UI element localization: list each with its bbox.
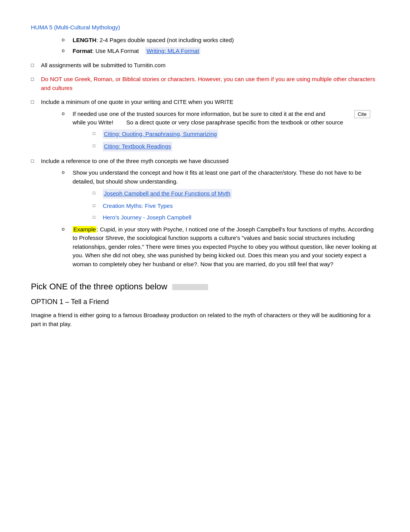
bullet2-text: Do NOT use Greek, Roman, or Biblical sto…: [41, 75, 379, 92]
sub-note-text: If needed use one of the trusted sources…: [73, 110, 370, 127]
bullet-char-3: □: [31, 98, 39, 106]
sub-bullet-char-2: □: [93, 143, 100, 149]
joseph-campbell-link[interactable]: Joseph Campbell and the Four Functions o…: [103, 189, 232, 199]
bullet4-text: Include a reference to one of the three …: [41, 157, 229, 166]
writing-mla-link[interactable]: Writing: MLA Format: [145, 47, 200, 54]
citing-textbook-link[interactable]: Citing: Textbook Readings: [103, 142, 172, 151]
bullet-char-2: □: [31, 75, 39, 83]
length-text: LENGTH: 2-4 Pages double spaced (not inc…: [73, 36, 234, 45]
sub-bullet-char-creation: □: [93, 202, 100, 209]
format-text: Format: Use MLA Format Writing: MLA Form…: [73, 47, 200, 56]
bullet-circle-note: o: [62, 110, 70, 117]
bullet1-text: All assignments will be submitted to Tur…: [41, 61, 166, 70]
sub-bullet-char-1: □: [93, 130, 100, 137]
bullet-circle-format: o: [62, 47, 70, 54]
page-title-link[interactable]: HUMA 5 (Multi-Cultural Mythology): [31, 24, 120, 31]
option1-title: OPTION 1 – Tell a Friend: [31, 297, 379, 307]
option1-body: Imagine a friend is either going to a fa…: [31, 311, 379, 328]
heros-journey-link[interactable]: Hero's Journey - Joseph Campbell: [103, 213, 191, 222]
bullet-circle-length: o: [62, 36, 70, 44]
citing-quoting-link[interactable]: Citing: Quoting, Paraphrasing, Summarizi…: [103, 129, 218, 139]
sub-bullet-char-joseph: □: [93, 190, 100, 196]
bullet-circle-show: o: [62, 168, 70, 176]
bullet-circle-example: o: [62, 225, 70, 233]
example-label: Example: [73, 226, 97, 233]
bullet3-text: Include a minimum of one quote in your w…: [41, 98, 234, 107]
bullet-char-4: □: [31, 157, 39, 165]
example-text: : Cupid, in your story with Psyche, I no…: [73, 226, 376, 267]
sub-show-text: Show you understand the concept and how …: [73, 168, 379, 186]
pick-one-title: Pick ONE of the three options below: [31, 282, 208, 291]
bullet-char-1: □: [31, 61, 39, 69]
example-container: Example: Cupid, in your story with Psych…: [73, 225, 379, 269]
sub-bullet-char-heros: □: [93, 214, 100, 221]
creation-myths-link[interactable]: Creation Myths: Five Types: [103, 202, 173, 211]
